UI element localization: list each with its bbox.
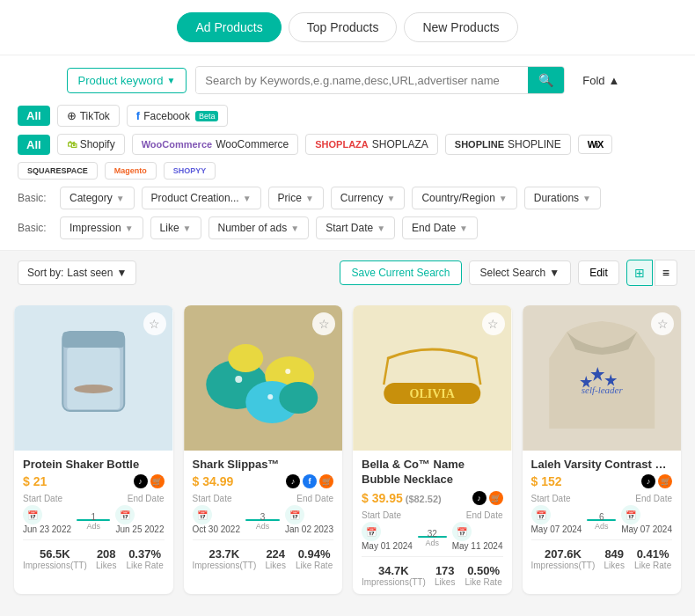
date-timeline: Start Date End Date 📅 Oct 30 2022 3 Ads: [193, 494, 334, 534]
product-card: ☆ Protein Shaker Bottle $ 21 ♪🛒 Start Da…: [14, 305, 173, 594]
like-rate-stat: 0.41% Like Rate: [633, 547, 672, 570]
date-timeline: Start Date End Date 📅 May 07 2024 6 Ads: [531, 494, 673, 534]
stats-row: 23.7K Impressions(TT) 224 Likes 0.94% Li…: [193, 539, 334, 570]
product-image: ☆: [14, 305, 173, 451]
ads-count-group: 32 Ads: [419, 529, 445, 547]
svg-point-14: [267, 394, 273, 400]
product-creation-filter[interactable]: Product Creation... ▼: [142, 187, 261, 209]
category-filter[interactable]: Category ▼: [60, 187, 135, 209]
bookmark-button[interactable]: ☆: [482, 312, 505, 335]
like-filter[interactable]: Like ▼: [150, 216, 201, 239]
product-card: self-leader ☆ Laleh Varsity Contrast Car…: [523, 305, 682, 594]
search-row: Product keyword ▼ 🔍 Fold ▲: [18, 66, 677, 94]
platform-icons: ♪f🛒: [286, 474, 333, 488]
facebook-platform-btn[interactable]: f Facebook Beta: [127, 105, 229, 127]
tab-ad-products[interactable]: Ad Products: [177, 12, 281, 42]
shoplaza-btn[interactable]: SHOPLAZA SHOPLAZA: [305, 134, 438, 155]
price-filter[interactable]: Price ▼: [268, 187, 324, 209]
end-date-value: Jan 02 2023: [285, 524, 333, 534]
impressions-label: Impressions(TT): [531, 561, 596, 570]
svg-point-12: [235, 376, 242, 383]
currency-filter[interactable]: Currency ▼: [331, 187, 406, 209]
start-date-value: May 01 2024: [362, 541, 413, 551]
woocommerce-btn[interactable]: WooCommerce WooCommerce: [132, 134, 299, 155]
impression-filter[interactable]: Impression ▼: [60, 216, 143, 239]
end-date-filter[interactable]: End Date ▼: [402, 216, 478, 239]
grid-view-button[interactable]: ⊞: [626, 260, 653, 286]
tab-new-products[interactable]: New Products: [404, 12, 517, 42]
stats-row: 56.5K Impressions(TT) 208 Likes 0.37% Li…: [23, 539, 165, 570]
durations-filter[interactable]: Durations ▼: [524, 187, 601, 209]
end-calendar-icon: 📅: [285, 505, 304, 524]
impressions-stat: 23.7K Impressions(TT): [193, 547, 257, 570]
sort-dropdown[interactable]: Sort by: Last seen ▼: [18, 260, 136, 285]
timeline-line: 1 Ads: [77, 519, 110, 521]
tiktok-platform-icon: ♪: [472, 491, 486, 505]
impressions-label: Impressions(TT): [362, 577, 426, 587]
impressions-value: 207.6K: [531, 547, 596, 561]
like-rate-stat: 0.94% Like Rate: [295, 547, 333, 570]
platform-icons: ♪🛒: [134, 474, 165, 488]
date-timeline: Start Date End Date 📅 May 01 2024 32 Ads: [362, 510, 503, 551]
chevron-down-icon: ▼: [499, 194, 508, 203]
timeline-row: 📅 May 07 2024 6 Ads 📅 May 07 2024: [531, 505, 673, 534]
shop-platform-icon: 🛒: [489, 491, 503, 505]
country-region-filter[interactable]: Country/Region ▼: [412, 187, 516, 209]
start-calendar-icon: 📅: [23, 505, 42, 524]
impressions-label: Impressions(TT): [193, 561, 257, 570]
shopify-btn[interactable]: 🛍 Shopify: [57, 134, 125, 155]
shop-platform-icon: 🛒: [319, 474, 333, 488]
select-search-dropdown[interactable]: Select Search ▼: [469, 260, 572, 285]
start-calendar-icon: 📅: [362, 522, 381, 541]
product-image: ☆: [184, 305, 343, 451]
product-info: Laleh Varsity Contrast Cardigan $ 152 ♪🛒…: [523, 451, 682, 577]
start-calendar-icon: 📅: [531, 505, 551, 524]
search-icon: 🔍: [538, 73, 553, 87]
product-price: $ 152: [531, 474, 562, 488]
search-button[interactable]: 🔍: [528, 67, 564, 93]
basic-label-2: Basic:: [18, 222, 53, 234]
tab-top-products[interactable]: Top Products: [289, 12, 398, 42]
product-info: Shark Slippas™ $ 34.99 ♪f🛒 Start Date En…: [184, 451, 343, 577]
product-name: Laleh Varsity Contrast Cardigan: [531, 458, 673, 471]
svg-point-11: [279, 382, 318, 414]
product-price: $ 39.95($82.52): [362, 491, 442, 505]
ads-count-group: 6 Ads: [589, 512, 615, 531]
search-input[interactable]: [196, 68, 528, 93]
shopline-btn[interactable]: SHOPLINE SHOPLINE: [445, 134, 571, 155]
svg-point-10: [228, 344, 263, 372]
edit-button[interactable]: Edit: [578, 260, 619, 285]
product-name: Shark Slippas™: [193, 458, 334, 471]
woocommerce-text: WooCommerce: [216, 138, 289, 150]
end-date-label: End Date: [635, 494, 672, 503]
start-date-group: 📅 Jun 23 2022: [23, 505, 71, 534]
end-date-label: End Date: [296, 494, 333, 503]
start-date-filter[interactable]: Start Date ▼: [316, 216, 395, 239]
bookmark-button[interactable]: ☆: [143, 312, 166, 335]
save-search-button[interactable]: Save Current Search: [340, 260, 461, 285]
shopyy-btn[interactable]: SHOPYY: [164, 162, 216, 180]
number-of-ads-filter[interactable]: Number of ads ▼: [208, 216, 310, 239]
fold-button[interactable]: Fold ▲: [574, 69, 628, 92]
all-platforms-btn[interactable]: All: [18, 106, 50, 126]
product-info: Protein Shaker Bottle $ 21 ♪🛒 Start Date…: [14, 451, 173, 577]
bookmark-button[interactable]: ☆: [651, 312, 674, 335]
tiktok-platform-btn[interactable]: ⊕ TikTok: [57, 105, 120, 127]
magento-btn[interactable]: Magento: [105, 162, 157, 180]
facebook-icon: f: [136, 109, 140, 122]
shopify-icon: 🛍: [67, 139, 77, 150]
squarespace-btn[interactable]: SQUARESPACE: [18, 162, 98, 180]
ads-count: 6: [589, 512, 615, 522]
chevron-down-icon: ▼: [377, 224, 385, 233]
stats-row: 34.7K Impressions(TT) 173 Likes 0.50% Li…: [362, 556, 503, 587]
end-date-group: 📅 Jun 25 2022: [115, 505, 164, 534]
product-name: Protein Shaker Bottle: [23, 458, 165, 471]
timeline-row: 📅 Oct 30 2022 3 Ads 📅 Jan 02 2023: [193, 505, 334, 534]
bookmark-button[interactable]: ☆: [312, 312, 335, 335]
all-shops-btn[interactable]: All: [18, 135, 50, 155]
keyword-filter-btn[interactable]: Product keyword ▼: [67, 68, 187, 93]
impressions-value: 56.5K: [23, 547, 87, 561]
wix-btn[interactable]: WiX: [578, 135, 613, 154]
end-date-label: End Date: [466, 510, 503, 520]
list-view-button[interactable]: ≡: [655, 260, 677, 286]
